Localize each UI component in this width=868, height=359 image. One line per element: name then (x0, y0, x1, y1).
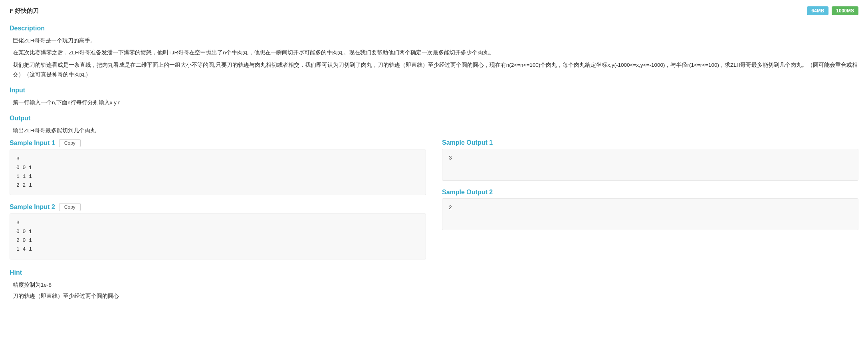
samples-container: Sample Input 1 Copy 3 0 0 1 1 1 1 2 2 1 … (10, 139, 858, 259)
sample-output-1-header: Sample Output 1 (442, 139, 858, 146)
hint-line-1: 精度控制为1e-8 (13, 280, 858, 290)
description-title: Description (10, 25, 858, 32)
page-header: F 好快的刀 64MB 1000MS (10, 6, 858, 15)
hint-title: Hint (10, 269, 858, 276)
output-text: 输出ZLH哥哥最多能切到几个肉丸 (13, 126, 858, 136)
samples-left: Sample Input 1 Copy 3 0 0 1 1 1 1 2 2 1 … (10, 139, 434, 259)
desc-p1: 巨佬ZLH哥哥是一个玩刀的高手。 (13, 36, 858, 46)
sample-input-2-title: Sample Input 2 (10, 203, 55, 211)
input-text: 第一行输入一个n,下面n行每行分别输入x y r (13, 98, 858, 108)
sample-input-1-section: Sample Input 1 Copy 3 0 0 1 1 1 1 2 2 1 (10, 139, 426, 195)
sample-input-1-title: Sample Input 1 (10, 140, 55, 147)
output-title: Output (10, 115, 858, 122)
sample-input-2-header: Sample Input 2 Copy (10, 203, 426, 211)
description-content: 巨佬ZLH哥哥是一个玩刀的高手。 在某次比赛爆零之后，ZLH哥哥准备发泄一下爆零… (13, 36, 858, 80)
input-content: 第一行输入一个n,下面n行每行分别输入x y r (13, 98, 858, 108)
sample-output-1-title: Sample Output 1 (442, 139, 493, 146)
sample-output-2-code: 2 (442, 198, 858, 230)
sample-output-2-title: Sample Output 2 (442, 189, 493, 196)
input-section: Input 第一行输入一个n,下面n行每行分别输入x y r (10, 87, 858, 108)
sample-output-2-header: Sample Output 2 (442, 189, 858, 196)
time-badge: 1000MS (832, 6, 858, 15)
sample-output-2-section: Sample Output 2 2 (442, 189, 858, 230)
samples-right: Sample Output 1 3 Sample Output 2 2 (434, 139, 858, 259)
copy-input-2-button[interactable]: Copy (59, 203, 81, 211)
desc-p2: 在某次比赛爆零之后，ZLH哥哥准备发泄一下爆零的愤怒，他叫TJR哥哥在空中抛出了… (13, 48, 858, 58)
copy-input-1-button[interactable]: Copy (59, 139, 81, 147)
hint-section: Hint 精度控制为1e-8 刀的轨迹（即直线）至少经过两个圆的圆心 (10, 269, 858, 301)
badges: 64MB 1000MS (807, 6, 858, 15)
sample-output-1-code: 3 (442, 149, 858, 181)
problem-title: F 好快的刀 (10, 7, 39, 15)
sample-input-1-header: Sample Input 1 Copy (10, 139, 426, 147)
hint-content: 精度控制为1e-8 刀的轨迹（即直线）至少经过两个圆的圆心 (13, 280, 858, 301)
description-section: Description 巨佬ZLH哥哥是一个玩刀的高手。 在某次比赛爆零之后，Z… (10, 25, 858, 80)
hint-line-2: 刀的轨迹（即直线）至少经过两个圆的圆心 (13, 291, 858, 301)
memory-badge: 64MB (807, 6, 828, 15)
sample-input-1-code: 3 0 0 1 1 1 1 2 2 1 (10, 150, 426, 195)
output-content: 输出ZLH哥哥最多能切到几个肉丸 (13, 126, 858, 136)
sample-input-2-code: 3 0 0 1 2 0 1 1 4 1 (10, 213, 426, 259)
input-title: Input (10, 87, 858, 94)
sample-input-2-section: Sample Input 2 Copy 3 0 0 1 2 0 1 1 4 1 (10, 203, 426, 259)
output-section: Output 输出ZLH哥哥最多能切到几个肉丸 (10, 115, 858, 136)
sample-output-1-section: Sample Output 1 3 (442, 139, 858, 181)
desc-p3: 我们把刀的轨迹看成是一条直线，把肉丸看成是在二维平面上的一组大小不等的圆,只要刀… (13, 60, 858, 80)
